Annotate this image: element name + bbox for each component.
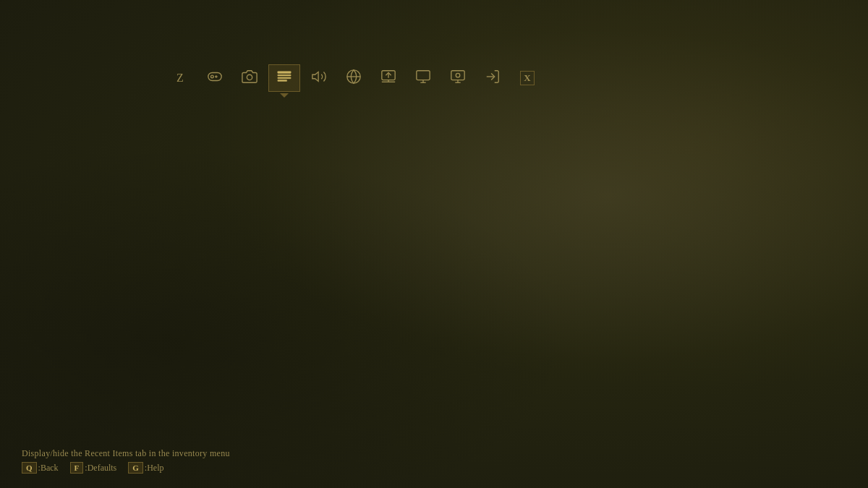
svg-rect-7 — [278, 77, 291, 79]
svg-point-4 — [247, 74, 252, 80]
monitor-icon — [450, 69, 466, 87]
key-f-label: :Defaults — [85, 463, 116, 474]
key-f-badge: F — [70, 462, 84, 474]
hint-description: Display/hide the Recent Items tab in the… — [22, 448, 230, 459]
tab-network[interactable] — [373, 64, 404, 92]
svg-rect-6 — [278, 74, 291, 76]
graphics-icon — [415, 69, 431, 87]
tab-monitor[interactable] — [442, 64, 474, 92]
camera-icon — [242, 69, 258, 87]
key-g-badge: G — [128, 462, 143, 474]
tab-controller[interactable] — [199, 64, 231, 92]
svg-point-22 — [456, 73, 460, 77]
tab-account[interactable] — [477, 64, 509, 92]
keyboard-icon: Z — [176, 72, 184, 85]
svg-point-1 — [211, 75, 214, 78]
network-icon — [380, 69, 396, 87]
key-hint-help: G :Help — [128, 462, 163, 474]
svg-rect-16 — [417, 71, 430, 80]
svg-rect-8 — [278, 80, 287, 82]
svg-rect-5 — [278, 72, 291, 74]
tab-audio[interactable] — [303, 64, 335, 92]
key-q-label: :Back — [38, 463, 59, 474]
screen: ⚙ System Display Z — [0, 0, 868, 488]
tab-graphics[interactable] — [407, 64, 439, 92]
language-icon — [346, 69, 362, 87]
account-icon — [485, 69, 501, 87]
tab-keyboard[interactable]: Z — [164, 64, 196, 92]
key-hint-defaults: F :Defaults — [70, 462, 117, 474]
key-g-label: :Help — [145, 463, 164, 474]
close-icon: X — [520, 71, 534, 85]
tab-close[interactable]: X — [511, 64, 543, 92]
tab-camera[interactable] — [234, 64, 265, 92]
tab-display[interactable] — [268, 64, 300, 92]
key-hint-back: Q :Back — [22, 462, 59, 474]
controller-icon — [207, 69, 223, 87]
tab-language[interactable] — [338, 64, 370, 92]
key-q-badge: Q — [22, 462, 37, 474]
display-icon — [276, 69, 292, 87]
svg-marker-9 — [312, 72, 318, 82]
bottom-hint: Display/hide the Recent Items tab in the… — [22, 448, 230, 474]
key-hints: Q :Back F :Defaults G :Help — [22, 462, 230, 474]
svg-rect-19 — [451, 71, 464, 80]
audio-icon — [311, 69, 327, 87]
